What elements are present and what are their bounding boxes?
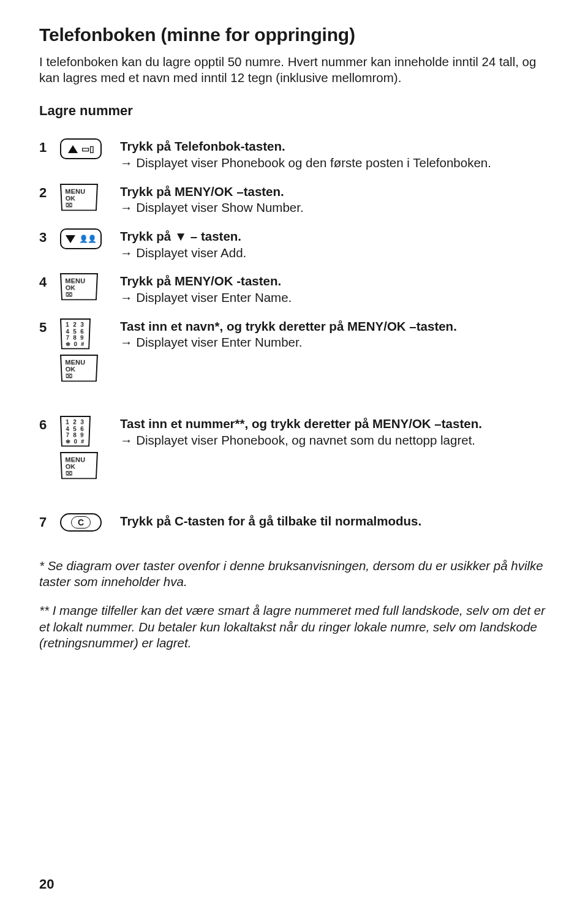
step-icons: C: [60, 513, 120, 533]
instruction-result: Displayet viser Add.: [120, 245, 549, 261]
menu-ok-key-icon: MENUOK⌧: [60, 355, 98, 382]
instruction-result: Displayet viser Phonebook, og navnet som…: [120, 432, 549, 449]
step-number: 5: [39, 318, 60, 384]
step-icons: 1 2 34 5 67 8 9✻ 0 #MENUOK⌧: [60, 416, 120, 481]
intro-paragraph: I telefonboken kan du lagre opptil 50 nu…: [39, 54, 549, 86]
instruction-result: Displayet viser Phonebook og den første …: [120, 155, 549, 171]
instruction-result: Displayet viser Enter Number.: [120, 334, 549, 351]
down-key-icon: 👤👤: [60, 228, 102, 249]
step-number: 3: [39, 228, 60, 265]
instruction-result: Displayet viser Enter Name.: [120, 290, 549, 306]
step-row: 4MENUOK⌧Trykk på MENY/OK -tasten.Display…: [39, 273, 549, 309]
step-number: 1: [39, 138, 60, 175]
step-number: 7: [39, 513, 60, 533]
step-icons: 👤👤: [60, 228, 120, 265]
step-text: Tast inn et navn*, og trykk deretter på …: [120, 318, 549, 384]
step-number: 4: [39, 273, 60, 309]
step-icons: MENUOK⌧: [60, 273, 120, 309]
step-text: Trykk på Telefonbok-tasten.Displayet vis…: [120, 138, 549, 175]
step-icons: MENUOK⌧: [60, 184, 120, 220]
phonebook-up-key-icon: ▭▯: [60, 138, 102, 159]
instruction-bold: Trykk på Telefonbok-tasten.: [120, 139, 285, 153]
page-title: Telefonboken (minne for oppringing): [39, 24, 549, 45]
footnote-2: ** I mange tilfeller kan det være smart …: [39, 603, 549, 652]
c-key-icon: C: [60, 513, 102, 532]
step-text: Trykk på MENY/OK –tasten.Displayet viser…: [120, 184, 549, 220]
menu-ok-key-icon: MENUOK⌧: [60, 452, 98, 479]
menu-ok-key-icon: MENUOK⌧: [60, 273, 98, 300]
step-icons: ▭▯: [60, 138, 120, 175]
instruction-result: Displayet viser Show Number.: [120, 200, 549, 216]
section-heading: Lagre nummer: [39, 103, 549, 119]
instruction-bold: Trykk på ▼ – tasten.: [120, 229, 241, 243]
step-text: Tast inn et nummer**, og trykk deretter …: [120, 416, 549, 481]
page-number: 20: [39, 876, 54, 892]
step-icons: 1 2 34 5 67 8 9✻ 0 #MENUOK⌧: [60, 318, 120, 384]
step-row: 3👤👤Trykk på ▼ – tasten.Displayet viser A…: [39, 228, 549, 265]
step-text: Trykk på MENY/OK -tasten.Displayet viser…: [120, 273, 549, 309]
step-text: Trykk på C-tasten for å gå tilbake til n…: [120, 513, 549, 533]
instruction-bold: Trykk på MENY/OK –tasten.: [120, 184, 284, 198]
manual-page: Telefonboken (minne for oppringing) I te…: [0, 0, 588, 918]
numeric-keypad-icon: 1 2 34 5 67 8 9✻ 0 #: [60, 318, 91, 349]
instruction-bold: Trykk på MENY/OK -tasten.: [120, 274, 281, 288]
instruction-bold: Trykk på C-tasten for å gå tilbake til n…: [120, 514, 421, 528]
footnote-1: * Se diagram over taster ovenfor i denne…: [39, 558, 549, 590]
instruction-bold: Tast inn et navn*, og trykk deretter på …: [120, 319, 457, 333]
step-row: 7CTrykk på C-tasten for å gå tilbake til…: [39, 513, 549, 533]
menu-ok-key-icon: MENUOK⌧: [60, 184, 98, 211]
step-row: 2MENUOK⌧Trykk på MENY/OK –tasten.Display…: [39, 184, 549, 220]
steps-list: 1▭▯Trykk på Telefonbok-tasten.Displayet …: [39, 130, 549, 541]
instruction-bold: Tast inn et nummer**, og trykk deretter …: [120, 416, 482, 431]
step-number: 6: [39, 416, 60, 481]
step-row: 51 2 34 5 67 8 9✻ 0 #MENUOK⌧Tast inn et …: [39, 318, 549, 384]
step-row: 1▭▯Trykk på Telefonbok-tasten.Displayet …: [39, 138, 549, 175]
numeric-keypad-icon: 1 2 34 5 67 8 9✻ 0 #: [60, 416, 91, 446]
step-number: 2: [39, 184, 60, 220]
step-text: Trykk på ▼ – tasten.Displayet viser Add.: [120, 228, 549, 265]
step-row: 61 2 34 5 67 8 9✻ 0 #MENUOK⌧Tast inn et …: [39, 416, 549, 481]
